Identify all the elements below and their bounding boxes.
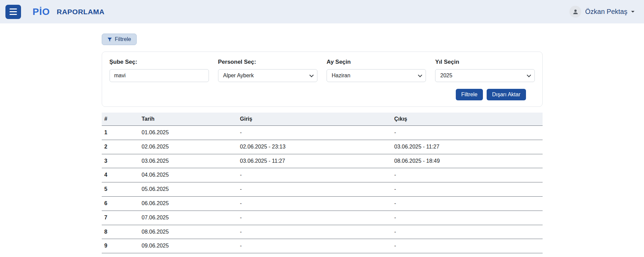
table-row: 808.06.2025-- [102,225,543,239]
header-giris: Giriş [237,113,392,126]
personel-label: Personel Seç: [218,59,317,65]
filter-toggle-label: Filtrele [115,36,131,42]
row-number: 1 [102,126,139,140]
row-number: 4 [102,168,139,182]
row-giris: - [237,168,392,182]
row-cikis: - [392,225,543,239]
row-giris: - [237,225,392,239]
header-tarih: Tarih [139,113,237,126]
row-number: 9 [102,239,139,253]
row-number: 5 [102,182,139,197]
filter-submit-button[interactable]: Filtrele [456,89,483,100]
hamburger-icon [9,8,17,9]
row-date: 03.06.2025 [139,154,237,168]
row-giris: - [237,196,392,211]
header-cikis: Çıkış [392,113,543,126]
main-content: Filtrele Şube Seç: Personel Seç: Alper A… [0,23,644,257]
row-number: 8 [102,225,139,239]
yil-select[interactable]: 2025 [435,69,534,82]
personel-select-value: Alper Ayberk [223,73,254,79]
table-row: 202.06.202502.06.2025 - 23:1303.06.2025 … [102,140,543,154]
row-cikis: - [392,211,543,225]
attendance-table-body: 101.06.2025--202.06.202502.06.2025 - 23:… [102,126,543,257]
attendance-table: # Tarih Giriş Çıkış 101.06.2025--202.06.… [102,113,543,257]
ay-label: Ay Seçin [327,59,426,65]
funnel-icon [107,37,112,42]
row-giris: - [237,211,392,225]
row-cikis: - [392,239,543,253]
row-number: 3 [102,154,139,168]
header-num: # [102,113,139,126]
row-date: 09.06.2025 [139,239,237,253]
row-giris: - [237,239,392,253]
row-date: 02.06.2025 [139,140,237,154]
chevron-down-icon [418,73,423,77]
yil-label: Yıl Seçin [435,59,534,65]
personel-select[interactable]: Alper Ayberk [218,69,317,82]
row-cikis: - [392,126,543,140]
app-title: RAPORLAMA [57,8,104,16]
row-date: 07.06.2025 [139,211,237,225]
table-row: 1010.06.202510.06.2025 - 10:03 10.06.202… [102,253,543,257]
ay-select-value: Haziran [332,73,350,79]
row-cikis: 03.06.2025 - 11:27 [392,140,543,154]
row-date: 01.06.2025 [139,126,237,140]
row-date: 10.06.2025 [139,253,237,257]
row-giris: - [237,182,392,197]
filter-panel: Şube Seç: Personel Seç: Alper Ayberk Ay … [102,52,543,107]
user-menu[interactable]: Özkan Pektaş [569,6,635,18]
user-name: Özkan Pektaş [585,8,627,16]
row-number: 7 [102,211,139,225]
row-cikis: - [392,196,543,211]
row-date: 08.06.2025 [139,225,237,239]
table-row: 505.06.2025-- [102,182,543,197]
table-row: 404.06.2025-- [102,168,543,182]
filter-toggle-button[interactable]: Filtrele [102,34,137,45]
field-personel: Personel Seç: Alper Ayberk [218,59,317,82]
field-yil: Yıl Seçin 2025 [435,59,534,82]
row-number: 10 [102,253,139,257]
row-date: 04.06.2025 [139,168,237,182]
row-cikis: 08.06.2025 - 18:49 [392,154,543,168]
row-giris: 02.06.2025 - 23:13 [237,140,392,154]
chevron-down-icon [309,73,314,77]
row-date: 05.06.2025 [139,182,237,197]
yil-select-value: 2025 [440,73,452,79]
row-number: 6 [102,196,139,211]
table-header-row: # Tarih Giriş Çıkış [102,113,543,126]
row-number: 2 [102,140,139,154]
row-giris: 03.06.2025 - 11:27 [237,154,392,168]
row-cikis: 10.06.2025 - 10:15 10.06.2025 - 10:16 10… [392,253,543,257]
user-avatar-icon [569,6,581,18]
top-navbar: PİO RAPORLAMA Özkan Pektaş [0,0,644,23]
row-cikis: - [392,168,543,182]
ay-select[interactable]: Haziran [327,69,426,82]
table-row: 101.06.2025-- [102,126,543,140]
row-giris: - [237,126,392,140]
chevron-down-icon [527,73,531,77]
row-date: 06.06.2025 [139,196,237,211]
row-cikis: - [392,182,543,197]
sube-label: Şube Seç: [110,59,209,65]
menu-toggle-button[interactable] [5,5,21,19]
table-row: 707.06.2025-- [102,211,543,225]
sube-input[interactable] [110,69,209,82]
table-row: 606.06.2025-- [102,196,543,211]
field-ay: Ay Seçin Haziran [327,59,426,82]
export-button[interactable]: Dışarı Aktar [487,89,526,100]
chevron-down-icon [631,11,635,14]
brand-logo[interactable]: PİO [33,6,50,17]
table-row: 909.06.2025-- [102,239,543,253]
table-row: 303.06.202503.06.2025 - 11:2708.06.2025 … [102,154,543,168]
row-giris: 10.06.2025 - 10:03 10.06.2025 - 10:15 10… [237,253,392,257]
field-sube: Şube Seç: [110,59,209,82]
